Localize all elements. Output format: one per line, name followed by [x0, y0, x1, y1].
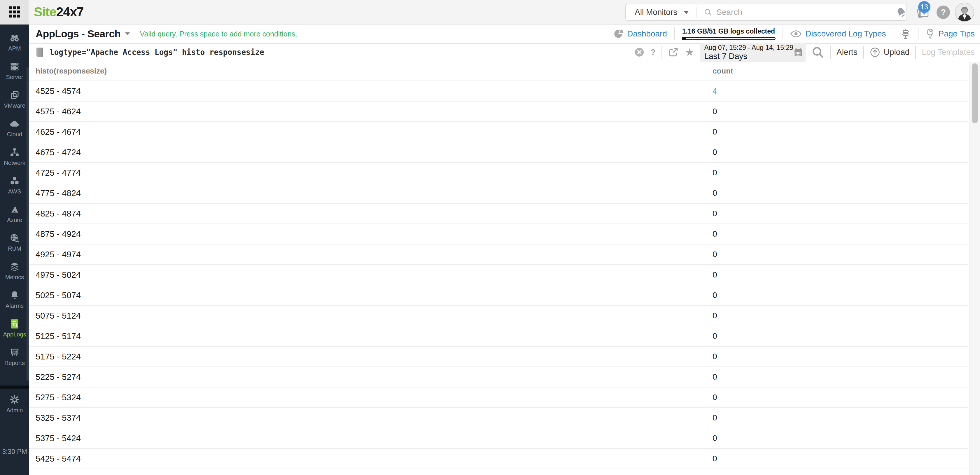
- sidebar-nav: APM Server VMware Cloud Network AWS Azur…: [0, 24, 29, 475]
- sidebar-item-label: Alarms: [6, 303, 24, 309]
- range-cell: 4925 - 4974: [36, 250, 81, 259]
- count-cell: 0: [713, 188, 717, 198]
- applogs-icon: [10, 319, 20, 329]
- app-grid-icon: [9, 6, 20, 18]
- divider: [662, 46, 662, 59]
- page-tips-link[interactable]: Page Tips: [926, 28, 975, 40]
- query-bar-actions: ? ★ Aug 07, 15:29 - Aug 14, 15:29 Last 7…: [634, 43, 975, 62]
- upload-label: Upload: [884, 48, 910, 57]
- sidebar-item-label: Metrics: [5, 274, 24, 281]
- logo-part-green: Site: [34, 5, 56, 19]
- table-row: 5125 - 51740: [29, 326, 968, 347]
- calendar-icon: [793, 47, 803, 57]
- table-row: 5225 - 52740: [29, 367, 968, 387]
- log-usage-meter: 1.16 GB/51 GB logs collected: [682, 27, 776, 40]
- favorite-star-icon[interactable]: ★: [685, 47, 694, 57]
- aws-cubes-icon: [10, 175, 20, 186]
- range-cell: 5275 - 5324: [36, 393, 81, 402]
- monitor-filter-dropdown[interactable]: All Monitors: [626, 4, 697, 20]
- count-cell: 0: [713, 291, 717, 300]
- count-cell: 0: [713, 393, 717, 402]
- page-title-dropdown[interactable]: AppLogs - Search: [36, 28, 130, 40]
- global-search-input[interactable]: [712, 8, 907, 17]
- divider: [863, 46, 864, 59]
- table-row: 5375 - 54240: [29, 428, 968, 449]
- clear-query-button[interactable]: [634, 47, 644, 57]
- reports-icon: [10, 347, 20, 358]
- sidebar-item-vmware[interactable]: VMware: [0, 85, 29, 114]
- eye-icon: [790, 29, 802, 38]
- sidebar-item-alarms[interactable]: Alarms: [0, 285, 29, 314]
- range-cell: 4825 - 4874: [36, 209, 81, 218]
- sidebar-item-azure[interactable]: Azure: [0, 199, 29, 228]
- table-row: 4725 - 47740: [29, 163, 968, 183]
- share-query-button[interactable]: [668, 47, 679, 58]
- time-range-picker[interactable]: Aug 07, 15:29 - Aug 14, 15:29 Last 7 Day…: [700, 43, 806, 62]
- upload-button[interactable]: Upload: [870, 47, 910, 57]
- site24x7-logo: Site24x7: [34, 0, 84, 24]
- discovered-label: Discovered Log Types: [805, 29, 886, 38]
- log-templates-button: Log Templates: [922, 48, 975, 57]
- binoculars-icon: [10, 33, 20, 43]
- divider: [893, 27, 893, 40]
- sidebar-item-apm[interactable]: APM: [0, 28, 29, 57]
- alerts-button[interactable]: Alerts: [837, 48, 858, 57]
- table-row: 5075 - 51240: [29, 306, 968, 326]
- lightbulb-icon: [926, 28, 935, 40]
- saved-query-book-icon: [36, 47, 45, 58]
- dashboard-label: Dashboard: [627, 29, 667, 38]
- user-avatar[interactable]: [955, 3, 974, 22]
- sidebar-item-cloud[interactable]: Cloud: [0, 114, 29, 142]
- table-row: 5425 - 54740: [29, 449, 968, 469]
- sidebar-item-label: AWS: [8, 188, 21, 195]
- sidebar-item-applogs[interactable]: AppLogs: [0, 314, 29, 343]
- count-cell: 0: [713, 250, 717, 259]
- sidebar-item-admin[interactable]: Admin: [0, 390, 29, 418]
- table-row: 5025 - 50740: [29, 285, 968, 306]
- signpost-icon: [900, 28, 911, 40]
- query-help-button[interactable]: ?: [651, 47, 655, 57]
- sidebar-item-metrics[interactable]: Metrics: [0, 257, 29, 285]
- sidebar-item-label: Server: [6, 74, 23, 81]
- divider: [915, 46, 916, 59]
- help-button[interactable]: ?: [935, 0, 951, 24]
- table-scrollbar-thumb[interactable]: [972, 63, 978, 123]
- divider: [674, 27, 675, 40]
- count-link[interactable]: 4: [713, 86, 717, 96]
- usage-progress-bar: [682, 37, 776, 40]
- sidebar-item-label: Cloud: [7, 131, 22, 138]
- count-cell: 0: [713, 230, 717, 239]
- discovered-log-types-link[interactable]: Discovered Log Types: [790, 29, 886, 38]
- sidebar-item-label: AppLogs: [3, 331, 26, 338]
- sidebar-item-rum[interactable]: RUM: [0, 228, 29, 257]
- sidebar-item-network[interactable]: Network: [0, 142, 29, 171]
- divider: [697, 7, 697, 18]
- sidebar-clock: 3:30 PM: [2, 448, 27, 456]
- table-row: 5175 - 52240: [29, 347, 968, 367]
- table-scrollbar[interactable]: [969, 62, 980, 475]
- gear-icon: [10, 394, 20, 405]
- sidebar-item-label: Network: [4, 159, 25, 166]
- app-grid-button[interactable]: [0, 0, 29, 24]
- sidebar-item-server[interactable]: Server: [0, 57, 29, 85]
- divider: [783, 27, 783, 40]
- table-header-row: histo(responsesize) count: [29, 61, 968, 81]
- range-cell: 5075 - 5124: [36, 311, 81, 320]
- count-cell: 0: [713, 332, 717, 341]
- announcements-bell-button[interactable]: [893, 0, 909, 24]
- run-search-button[interactable]: [811, 46, 824, 59]
- sidebar-item-aws[interactable]: AWS: [0, 171, 29, 199]
- dashboard-link[interactable]: Dashboard: [613, 29, 667, 39]
- log-flow-button[interactable]: [900, 28, 911, 40]
- top-bar: Site24x7 All Monitors 13 ?: [0, 0, 980, 24]
- query-input[interactable]: logtype="Apache Access Logs" histo respo…: [49, 48, 264, 57]
- count-cell: 0: [713, 168, 717, 177]
- sidebar-item-reports[interactable]: Reports: [0, 343, 29, 371]
- date-preset-text: Last 7 Days: [704, 52, 793, 61]
- table-row: 4875 - 49240: [29, 224, 968, 244]
- table-row: 4825 - 48740: [29, 204, 968, 224]
- sidebar-scrollbar-thumb[interactable]: [27, 67, 29, 381]
- results-table: histo(responsesize) count 4525 - 45744 4…: [29, 61, 980, 469]
- range-cell: 5425 - 5474: [36, 454, 81, 464]
- range-cell: 5175 - 5224: [36, 352, 81, 362]
